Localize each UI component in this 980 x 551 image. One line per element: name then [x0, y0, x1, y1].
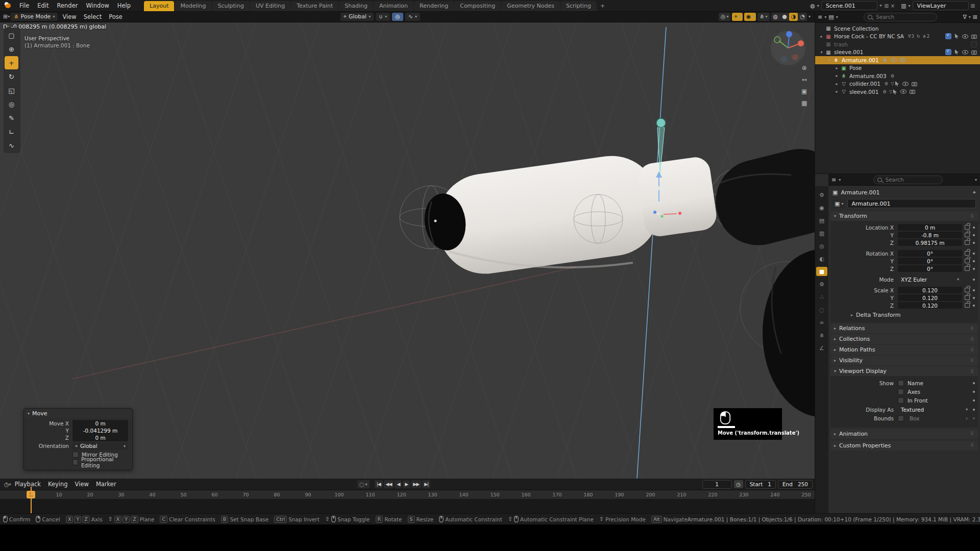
- timeline-menu-item[interactable]: Keying: [44, 481, 71, 488]
- workspace-tab[interactable]: Modeling: [175, 1, 211, 11]
- tool-button[interactable]: ◱: [5, 84, 18, 97]
- hide-eye-icon[interactable]: [962, 50, 968, 55]
- axis-x-handle[interactable]: [798, 40, 804, 46]
- value-field[interactable]: 0 m: [72, 420, 128, 427]
- animate-dot[interactable]: [973, 253, 975, 255]
- camera-visibility-icon[interactable]: [900, 58, 905, 62]
- selectable-icon[interactable]: [895, 81, 899, 86]
- hide-eye-icon[interactable]: [962, 34, 968, 39]
- viewport-display-header[interactable]: ▾ Viewport Display ⠿: [830, 366, 978, 376]
- workspace-tab[interactable]: Compositing: [454, 1, 501, 11]
- tool-button[interactable]: ↻: [5, 70, 18, 83]
- panel-drag-dots[interactable]: ⠿: [970, 431, 974, 436]
- playhead-line[interactable]: [31, 487, 32, 513]
- animate-dot[interactable]: [973, 409, 975, 411]
- expand-icon[interactable]: ▸: [834, 89, 840, 94]
- workspace-tab[interactable]: Animation: [374, 1, 413, 11]
- shading-mode-button[interactable]: ●: [780, 13, 789, 21]
- value-field[interactable]: -0.041299 m: [72, 427, 128, 434]
- playback-button[interactable]: ▶|: [422, 480, 430, 488]
- expand-icon[interactable]: ▸: [834, 66, 840, 70]
- animate-dot[interactable]: [973, 260, 975, 262]
- bounds-checkbox[interactable]: [898, 415, 904, 421]
- location-value-field[interactable]: 0 m: [898, 224, 962, 231]
- tool-button[interactable]: +: [5, 56, 18, 69]
- new-collection-icon[interactable]: ⊞: [973, 14, 977, 20]
- properties-tab[interactable]: ⚙: [816, 190, 827, 199]
- rotation-value-field[interactable]: 0°: [898, 265, 962, 272]
- panel-drag-dots[interactable]: ⠿: [970, 347, 974, 353]
- selectable-icon[interactable]: [954, 49, 959, 55]
- viewport-menu-item[interactable]: Select: [80, 13, 105, 20]
- panel-drag-dots[interactable]: ⠿: [970, 369, 974, 374]
- outliner-row[interactable]: ▸ ▽ sleeve.001 ⚙ ▽: [815, 88, 980, 96]
- tool-button[interactable]: ∿: [5, 139, 18, 152]
- lock-icon[interactable]: [965, 295, 970, 300]
- orientation-dropdown[interactable]: ⌖ Global ▾: [72, 442, 128, 450]
- timeline-editor-icon[interactable]: ◷: [4, 481, 9, 488]
- animate-dot[interactable]: [973, 297, 975, 299]
- lock-icon[interactable]: [965, 240, 970, 245]
- animate-dot[interactable]: [973, 227, 975, 229]
- exclude-checkbox[interactable]: [945, 49, 951, 55]
- animate-dot[interactable]: [973, 391, 975, 393]
- workspace-tab[interactable]: Shading: [339, 1, 373, 11]
- scene-name-field[interactable]: Scene.001: [821, 1, 877, 10]
- lock-icon[interactable]: [965, 259, 970, 263]
- camera-visibility-icon[interactable]: [910, 89, 915, 94]
- shading-mode-button[interactable]: ◑: [789, 13, 798, 21]
- panel-section-header[interactable]: ▸ Relations ⠿: [830, 323, 978, 333]
- viewport-toggle-button[interactable]: ⌖ ▾: [732, 13, 742, 21]
- animate-dot[interactable]: [973, 382, 975, 384]
- viewport-menu-item[interactable]: View: [59, 13, 80, 20]
- rotation-value-field[interactable]: 0°: [898, 250, 962, 257]
- panel-section-header[interactable]: ▸ Collections ⠿: [830, 334, 978, 344]
- transform-orientation-dropdown[interactable]: ⌖ Global ▾: [340, 13, 374, 21]
- delta-transform-header[interactable]: ▸ Delta Transform: [834, 310, 975, 318]
- viewport-side-button[interactable]: ↔: [802, 76, 807, 83]
- shading-mode-button[interactable]: ◍: [771, 13, 780, 21]
- blender-logo-icon[interactable]: [4, 2, 12, 9]
- lock-icon[interactable]: [965, 266, 970, 271]
- expand-icon[interactable]: ▸: [818, 34, 825, 39]
- timeline-ruler[interactable]: 1020304050607080901001101201301401501601…: [0, 490, 815, 499]
- move-operator-panel[interactable]: ▾ Move Move X 0 m Y -0.041299 m Z 0 m Or…: [23, 408, 133, 470]
- expand-icon[interactable]: ▾: [818, 50, 825, 55]
- panel-drag-dots[interactable]: ⠿: [970, 214, 974, 219]
- properties-tab[interactable]: ∴: [816, 292, 827, 302]
- menu-item[interactable]: Render: [53, 0, 82, 11]
- snapping-dropdown[interactable]: ∪ ▾: [376, 13, 390, 21]
- auto-keying-button[interactable]: ◌▾: [357, 480, 370, 488]
- properties-editor-icon[interactable]: ≡: [831, 177, 836, 183]
- panel-drag-dots[interactable]: ⠿: [970, 358, 974, 363]
- lock-icon[interactable]: [965, 225, 970, 230]
- panel-drag-dots[interactable]: ⠿: [970, 443, 974, 448]
- add-workspace-button[interactable]: +: [597, 1, 608, 11]
- animate-dot[interactable]: [973, 417, 975, 419]
- outliner-row[interactable]: ▦ trash: [815, 40, 980, 48]
- camera-visibility-icon[interactable]: [912, 82, 917, 86]
- expand-icon[interactable]: ▾: [826, 58, 832, 62]
- new-scene-icon[interactable]: ⊞: [884, 3, 888, 9]
- bounds-dropdown[interactable]: Box ▾: [906, 415, 971, 422]
- animate-dot[interactable]: [973, 242, 975, 244]
- properties-tab[interactable]: ∞: [816, 318, 827, 327]
- workspace-tab[interactable]: Layout: [144, 1, 174, 11]
- animate-dot[interactable]: [973, 399, 975, 402]
- delete-scene-icon[interactable]: ×: [891, 3, 895, 9]
- navigation-gizmo[interactable]: [769, 29, 807, 69]
- object-id-selector[interactable]: ▣▾: [832, 199, 845, 208]
- lock-icon[interactable]: [965, 251, 970, 256]
- playback-button[interactable]: ◀: [395, 480, 402, 488]
- selectable-icon[interactable]: [883, 58, 888, 63]
- view-layer-icon[interactable]: ▥: [901, 3, 906, 9]
- scale-value-field[interactable]: 0.120: [898, 287, 962, 293]
- start-frame-field[interactable]: Start 1: [745, 480, 776, 489]
- scale-value-field[interactable]: 0.120: [898, 294, 962, 301]
- panel-section-header[interactable]: ▸ Custom Properties ⠿: [830, 441, 978, 450]
- preview-range-icon[interactable]: ◷: [734, 480, 743, 488]
- workspace-tab[interactable]: Geometry Nodes: [501, 1, 560, 11]
- menu-item[interactable]: Edit: [33, 0, 53, 11]
- properties-tab[interactable]: ▤: [816, 216, 827, 225]
- axis-z-handle[interactable]: [786, 31, 792, 37]
